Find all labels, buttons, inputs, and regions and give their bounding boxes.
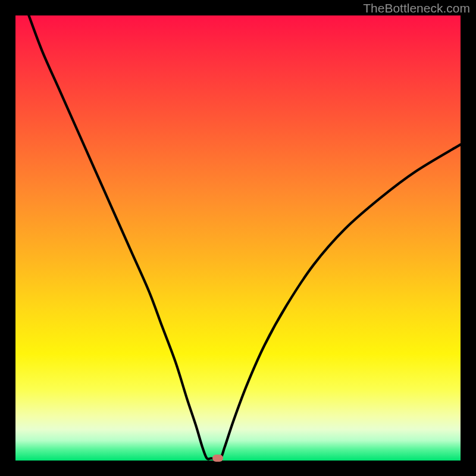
optimal-point-marker	[212, 455, 223, 462]
chart-frame: TheBottleneck.com	[0, 0, 476, 476]
watermark-text: TheBottleneck.com	[363, 1, 470, 15]
plot-area	[15, 15, 461, 461]
bottleneck-curve	[15, 15, 461, 461]
